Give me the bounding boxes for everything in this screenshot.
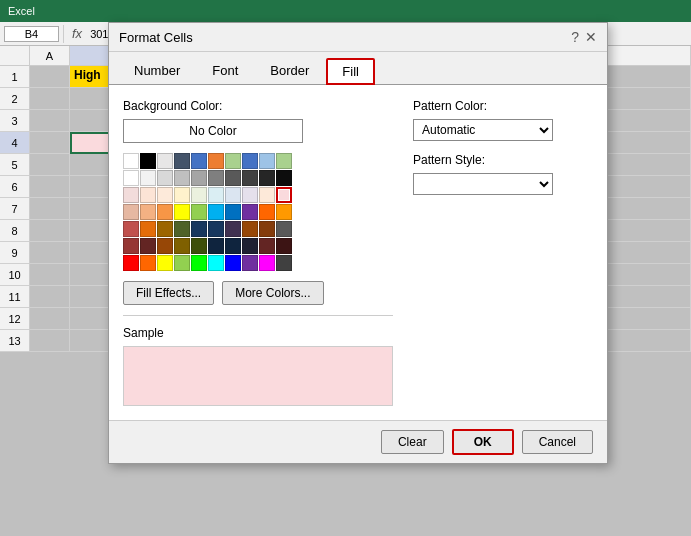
color-swatch[interactable] xyxy=(225,204,241,220)
color-swatch[interactable] xyxy=(225,153,241,169)
left-panel: Background Color: No Color xyxy=(123,99,393,406)
color-row-2 xyxy=(123,187,393,203)
color-swatch[interactable] xyxy=(140,153,156,169)
pattern-color-select[interactable]: Automatic xyxy=(413,119,553,141)
color-swatch[interactable] xyxy=(225,255,241,271)
color-swatch[interactable] xyxy=(225,170,241,186)
color-swatch[interactable] xyxy=(259,153,275,169)
color-swatch[interactable] xyxy=(225,221,241,237)
close-button[interactable]: ✕ xyxy=(585,29,597,45)
color-swatch[interactable] xyxy=(157,204,173,220)
color-swatch[interactable] xyxy=(208,255,224,271)
color-swatch[interactable] xyxy=(174,221,190,237)
color-swatch[interactable] xyxy=(276,170,292,186)
color-swatch[interactable] xyxy=(157,221,173,237)
row-num-4: 4 xyxy=(0,132,30,154)
ok-button[interactable]: OK xyxy=(452,429,514,455)
color-swatch[interactable] xyxy=(259,221,275,237)
color-swatch[interactable] xyxy=(174,153,190,169)
color-swatch[interactable] xyxy=(191,238,207,254)
pattern-style-row xyxy=(413,173,593,195)
color-swatch[interactable] xyxy=(259,238,275,254)
cell-a1 xyxy=(30,66,70,88)
row-num-2: 2 xyxy=(0,88,30,110)
color-swatch[interactable] xyxy=(276,221,292,237)
fill-effects-button[interactable]: Fill Effects... xyxy=(123,281,214,305)
color-swatch[interactable] xyxy=(123,238,139,254)
excel-ribbon: Excel xyxy=(0,0,691,22)
color-swatch[interactable] xyxy=(208,187,224,203)
color-swatch[interactable] xyxy=(242,153,258,169)
color-swatch[interactable] xyxy=(140,187,156,203)
color-swatch[interactable] xyxy=(242,187,258,203)
color-swatch[interactable] xyxy=(225,238,241,254)
color-swatch[interactable] xyxy=(191,204,207,220)
cell-a13 xyxy=(30,330,70,352)
tab-font[interactable]: Font xyxy=(197,58,253,84)
color-swatch[interactable] xyxy=(259,187,275,203)
row-num-3: 3 xyxy=(0,110,30,132)
tab-fill[interactable]: Fill xyxy=(326,58,375,85)
color-swatch[interactable] xyxy=(259,170,275,186)
color-swatch[interactable] xyxy=(208,170,224,186)
color-swatch selected[interactable] xyxy=(276,187,292,203)
color-swatch[interactable] xyxy=(174,204,190,220)
cell-a8 xyxy=(30,220,70,242)
pattern-style-select[interactable] xyxy=(413,173,553,195)
color-swatch[interactable] xyxy=(174,170,190,186)
color-swatch[interactable] xyxy=(191,153,207,169)
color-swatch[interactable] xyxy=(157,238,173,254)
clear-button[interactable]: Clear xyxy=(381,430,444,454)
color-swatch[interactable] xyxy=(242,255,258,271)
color-swatch[interactable] xyxy=(208,238,224,254)
help-button[interactable]: ? xyxy=(571,29,579,45)
color-swatch[interactable] xyxy=(276,255,292,271)
color-swatch[interactable] xyxy=(259,255,275,271)
color-swatch[interactable] xyxy=(123,153,139,169)
color-swatch[interactable] xyxy=(157,255,173,271)
color-swatch[interactable] xyxy=(242,204,258,220)
more-colors-button[interactable]: More Colors... xyxy=(222,281,323,305)
tab-border[interactable]: Border xyxy=(255,58,324,84)
color-swatch[interactable] xyxy=(140,204,156,220)
no-color-button[interactable]: No Color xyxy=(123,119,303,143)
color-swatch[interactable] xyxy=(208,153,224,169)
color-swatch[interactable] xyxy=(140,170,156,186)
color-swatch[interactable] xyxy=(191,170,207,186)
formula-icon: fx xyxy=(72,26,82,41)
color-swatch[interactable] xyxy=(157,153,173,169)
color-swatch[interactable] xyxy=(140,221,156,237)
color-swatch[interactable] xyxy=(157,170,173,186)
color-swatch[interactable] xyxy=(242,170,258,186)
color-swatch[interactable] xyxy=(140,255,156,271)
color-swatch[interactable] xyxy=(242,221,258,237)
color-swatch[interactable] xyxy=(191,187,207,203)
color-swatch[interactable] xyxy=(123,204,139,220)
color-row-6 xyxy=(123,255,393,271)
color-swatch[interactable] xyxy=(276,153,292,169)
right-panel: Pattern Color: Automatic Pattern Style: xyxy=(413,99,593,406)
color-swatch[interactable] xyxy=(123,170,139,186)
col-a-header: A xyxy=(30,46,70,66)
color-swatch[interactable] xyxy=(123,221,139,237)
color-swatch[interactable] xyxy=(123,255,139,271)
color-swatch[interactable] xyxy=(123,187,139,203)
color-swatch[interactable] xyxy=(174,238,190,254)
color-swatch[interactable] xyxy=(174,187,190,203)
color-swatch[interactable] xyxy=(276,238,292,254)
cancel-button[interactable]: Cancel xyxy=(522,430,593,454)
color-swatch[interactable] xyxy=(191,221,207,237)
cell-a4 xyxy=(30,132,70,154)
color-swatch[interactable] xyxy=(259,204,275,220)
color-swatch[interactable] xyxy=(140,238,156,254)
color-swatch[interactable] xyxy=(208,204,224,220)
tab-number[interactable]: Number xyxy=(119,58,195,84)
color-swatch[interactable] xyxy=(174,255,190,271)
color-swatch[interactable] xyxy=(157,187,173,203)
row-num-5: 5 xyxy=(0,154,30,176)
color-swatch[interactable] xyxy=(242,238,258,254)
color-swatch[interactable] xyxy=(225,187,241,203)
color-swatch[interactable] xyxy=(191,255,207,271)
color-swatch[interactable] xyxy=(276,204,292,220)
color-swatch[interactable] xyxy=(208,221,224,237)
